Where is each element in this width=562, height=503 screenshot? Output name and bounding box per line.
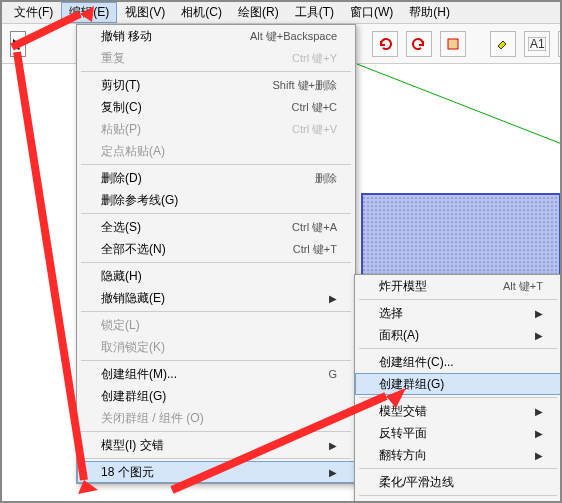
svg-line-4	[357, 64, 562, 144]
chevron-right-icon: ▶	[535, 406, 543, 417]
menu-lock: 锁定(L)	[77, 314, 355, 336]
menu-camera[interactable]: 相机(C)	[173, 2, 230, 23]
chevron-right-icon: ▶	[535, 330, 543, 341]
menu-undo[interactable]: 撤销 移动Alt 键+Backspace	[77, 25, 355, 47]
submenu-intersect[interactable]: 模型交错▶	[355, 400, 561, 422]
menu-intersect[interactable]: 模型(I) 交错▶	[77, 434, 355, 456]
redo-icon[interactable]	[406, 31, 432, 57]
submenu-flip-along[interactable]: 反转平面▶	[355, 422, 561, 444]
box-icon[interactable]	[440, 31, 466, 57]
menu-close-group: 关闭群组 / 组件 (O)	[77, 407, 355, 429]
menu-cut[interactable]: 剪切(T)Shift 键+删除	[77, 74, 355, 96]
chevron-right-icon: ▶	[535, 308, 543, 319]
submenu-select[interactable]: 选择▶	[355, 302, 561, 324]
menu-delete-guides[interactable]: 删除参考线(G)	[77, 189, 355, 211]
paint-icon[interactable]	[490, 31, 516, 57]
edit-dropdown: 撤销 移动Alt 键+Backspace 重复Ctrl 键+Y 剪切(T)Shi…	[76, 24, 356, 484]
menu-unhide[interactable]: 撤销隐藏(E)▶	[77, 287, 355, 309]
menu-tools[interactable]: 工具(T)	[287, 2, 342, 23]
menu-entities[interactable]: 18 个图元▶	[77, 461, 355, 483]
measure-icon[interactable]	[558, 31, 562, 57]
menu-view[interactable]: 视图(V)	[117, 2, 173, 23]
menu-copy[interactable]: 复制(C)Ctrl 键+C	[77, 96, 355, 118]
menubar: 文件(F) 编辑(E) 视图(V) 相机(C) 绘图(R) 工具(T) 窗口(W…	[2, 2, 560, 24]
submenu-make-component[interactable]: 创建组件(C)...	[355, 351, 561, 373]
menu-redo: 重复Ctrl 键+Y	[77, 47, 355, 69]
select-tool-icon[interactable]	[10, 31, 26, 57]
text-icon[interactable]: A1	[524, 31, 550, 57]
menu-file[interactable]: 文件(F)	[6, 2, 61, 23]
menu-paste: 粘贴(P)Ctrl 键+V	[77, 118, 355, 140]
menu-select-none[interactable]: 全部不选(N)Ctrl 键+T	[77, 238, 355, 260]
submenu-make-group[interactable]: 创建群组(G)	[355, 373, 561, 395]
menu-make-component[interactable]: 创建组件(M)...G	[77, 363, 355, 385]
svg-text:A1: A1	[530, 37, 545, 51]
submenu-soften[interactable]: 柔化/平滑边线	[355, 471, 561, 493]
submenu-area[interactable]: 面积(A)▶	[355, 324, 561, 346]
entities-submenu: 炸开模型Alt 键+T 选择▶ 面积(A)▶ 创建组件(C)... 创建群组(G…	[354, 274, 562, 503]
menu-help[interactable]: 帮助(H)	[401, 2, 458, 23]
menu-window[interactable]: 窗口(W)	[342, 2, 401, 23]
menu-hide[interactable]: 隐藏(H)	[77, 265, 355, 287]
submenu-zoom[interactable]: 缩放选择	[355, 498, 561, 503]
chevron-right-icon: ▶	[535, 450, 543, 461]
menu-unlock: 取消锁定(K)	[77, 336, 355, 358]
menu-make-group[interactable]: 创建群组(G)	[77, 385, 355, 407]
menu-draw[interactable]: 绘图(R)	[230, 2, 287, 23]
chevron-right-icon: ▶	[329, 440, 337, 451]
chevron-right-icon: ▶	[329, 293, 337, 304]
undo-icon[interactable]	[372, 31, 398, 57]
chevron-right-icon: ▶	[535, 428, 543, 439]
menu-select-all[interactable]: 全选(S)Ctrl 键+A	[77, 216, 355, 238]
submenu-flip-direction[interactable]: 翻转方向▶	[355, 444, 561, 466]
menu-paste-in-place: 定点粘贴(A)	[77, 140, 355, 162]
chevron-right-icon: ▶	[329, 467, 337, 478]
submenu-explode[interactable]: 炸开模型Alt 键+T	[355, 275, 561, 297]
menu-edit[interactable]: 编辑(E)	[61, 2, 117, 23]
menu-delete[interactable]: 删除(D)删除	[77, 167, 355, 189]
svg-rect-0	[448, 39, 458, 49]
